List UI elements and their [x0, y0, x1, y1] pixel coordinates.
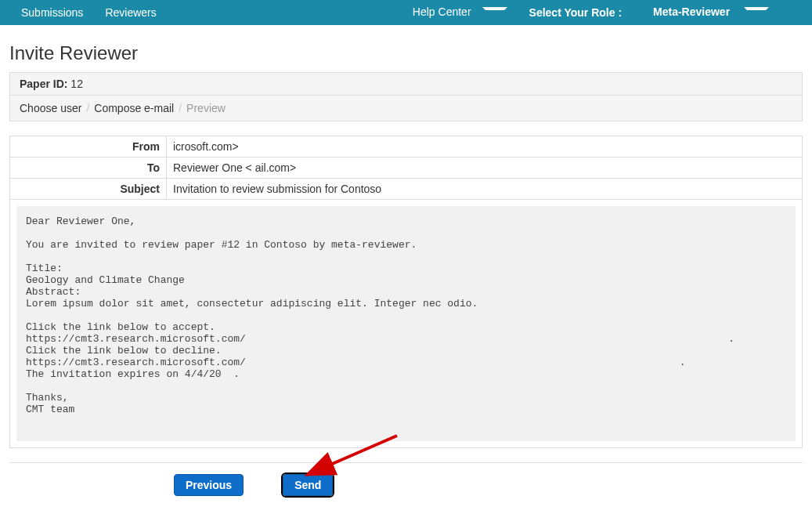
paper-id-value: 12	[70, 78, 83, 90]
from-label: From	[10, 136, 167, 158]
nav-help-center[interactable]: Help Center	[394, 1, 517, 24]
subject-label: Subject	[10, 179, 167, 200]
field-row-to: To Reviewer One < ail.com>	[10, 158, 803, 179]
to-value: Reviewer One < ail.com>	[167, 158, 803, 179]
nav-help-center-label: Help Center	[403, 1, 481, 23]
navbar: Submissions Reviewers Help Center Select…	[0, 0, 812, 25]
paper-id-bar: Paper ID: 12	[9, 72, 803, 96]
breadcrumb-sep: /	[81, 102, 94, 114]
chevron-down-icon	[482, 7, 507, 20]
subject-value: Invitation to review submission for Cont…	[167, 179, 803, 200]
breadcrumb-compose-email[interactable]: Compose e-mail	[94, 102, 174, 114]
email-body-preview: Dear Reviewer One, You are invited to re…	[16, 206, 796, 441]
field-row-subject: Subject Invitation to review submission …	[10, 179, 803, 200]
role-label: Select Your Role :	[520, 2, 632, 24]
page-content: Invite Reviewer Paper ID: 12 Choose user…	[0, 25, 812, 520]
breadcrumb-choose-user[interactable]: Choose user	[20, 102, 81, 114]
breadcrumb-sep: /	[174, 102, 186, 114]
paper-id-label: Paper ID:	[20, 78, 67, 90]
breadcrumb-preview: Preview	[186, 102, 226, 114]
email-fields-table: From icrosoft.com> To Reviewer One < ail…	[9, 136, 803, 200]
navbar-right: Help Center Select Your Role : Meta-Revi…	[394, 1, 800, 24]
field-row-from: From icrosoft.com>	[10, 136, 803, 158]
to-label: To	[10, 158, 167, 179]
user-menu[interactable]	[781, 8, 800, 17]
previous-button[interactable]: Previous	[174, 474, 244, 496]
role-selector-value: Meta-Reviewer	[644, 1, 739, 23]
nav-submissions[interactable]: Submissions	[12, 2, 92, 24]
from-value: icrosoft.com>	[167, 136, 803, 158]
breadcrumb: Choose user / Compose e-mail / Preview	[9, 96, 803, 121]
button-bar: Previous Send	[9, 462, 803, 512]
email-body-container: Dear Reviewer One, You are invited to re…	[9, 200, 803, 448]
role-selector[interactable]: Meta-Reviewer	[634, 1, 778, 24]
send-button[interactable]: Send	[283, 474, 333, 496]
navbar-left: Submissions Reviewers	[12, 2, 166, 24]
chevron-down-icon	[744, 7, 769, 20]
nav-reviewers[interactable]: Reviewers	[96, 2, 165, 24]
page-title: Invite Reviewer	[9, 42, 803, 64]
